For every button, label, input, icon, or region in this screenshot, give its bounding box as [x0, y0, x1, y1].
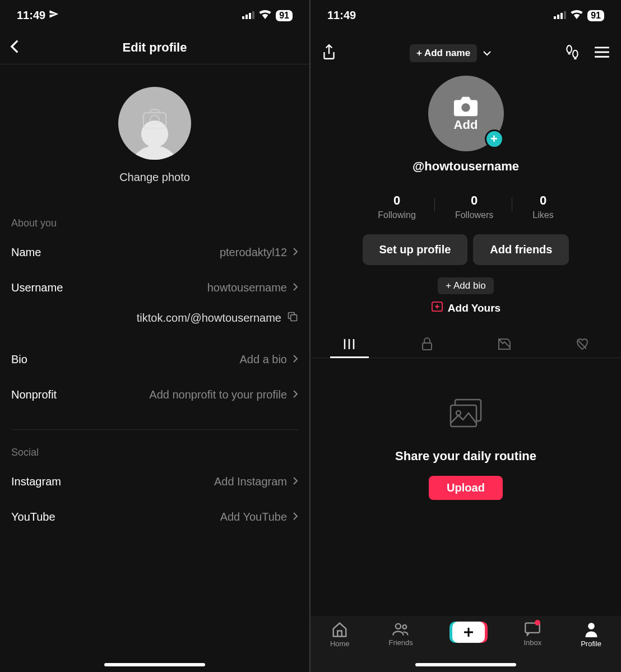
stat-count: 0	[471, 193, 478, 208]
profile-screen: 11:49 91 + Add name	[310, 0, 621, 672]
stat-following[interactable]: 0 Following	[369, 193, 424, 220]
chevron-right-icon	[293, 246, 298, 259]
clock-time: 11:49	[17, 9, 45, 22]
chevron-right-icon	[293, 281, 298, 294]
profile-header: + Add name	[310, 36, 621, 70]
avatar-placeholder[interactable]	[118, 87, 191, 160]
tab-reposts[interactable]	[466, 331, 544, 358]
signal-icon	[554, 9, 566, 22]
svg-rect-0	[242, 16, 244, 19]
svg-point-13	[461, 103, 470, 112]
back-button[interactable]	[10, 39, 19, 56]
svg-rect-1	[245, 15, 248, 19]
svg-point-12	[573, 50, 578, 58]
change-photo-label[interactable]: Change photo	[119, 171, 190, 184]
footsteps-icon[interactable]	[565, 44, 580, 62]
camera-icon	[142, 108, 167, 132]
wifi-icon	[259, 9, 271, 22]
row-label: Instagram	[11, 475, 61, 488]
nav-create[interactable]	[452, 622, 485, 643]
hamburger-menu-icon[interactable]	[594, 46, 610, 61]
stat-count: 0	[540, 193, 546, 208]
chevron-right-icon	[293, 353, 298, 366]
action-buttons: Set up profile Add friends	[310, 234, 621, 265]
row-value: pterodaktyl12	[220, 246, 287, 259]
profile-url: tiktok.com/@howtousername	[137, 312, 281, 325]
row-label: Username	[11, 281, 63, 294]
avatar-section: Add + @howtousername	[310, 70, 621, 179]
edit-profile-screen: 11:49 91 Edit profile Ch	[0, 0, 310, 672]
add-yours-label: Add Yours	[448, 302, 500, 314]
home-indicator[interactable]	[104, 663, 205, 666]
row-nonprofit[interactable]: Nonprofit Add nonprofit to your profile	[0, 377, 309, 413]
home-indicator[interactable]	[415, 663, 516, 666]
tab-private[interactable]	[388, 331, 466, 358]
stat-count: 0	[393, 193, 400, 208]
profile-tabs	[310, 331, 621, 358]
photos-icon	[446, 397, 485, 433]
row-label: Bio	[11, 353, 27, 366]
svg-point-11	[567, 45, 572, 53]
setup-profile-button[interactable]: Set up profile	[363, 234, 468, 265]
svg-rect-8	[557, 15, 559, 19]
row-youtube[interactable]: YouTube Add YouTube	[0, 499, 309, 535]
svg-rect-7	[554, 16, 556, 19]
svg-rect-6	[291, 315, 297, 321]
row-label: YouTube	[11, 511, 55, 523]
nav-home[interactable]: Home	[330, 622, 350, 648]
add-yours-icon	[431, 301, 443, 315]
nav-inbox[interactable]: Inbox	[524, 622, 542, 647]
stats-row: 0 Following 0 Followers 0 Likes	[310, 193, 621, 220]
section-social: Social	[0, 430, 309, 464]
add-yours-row[interactable]: Add Yours	[310, 301, 621, 315]
row-value: Add YouTube	[220, 511, 287, 523]
header: Edit profile	[0, 31, 309, 64]
row-instagram[interactable]: Instagram Add Instagram	[0, 464, 309, 499]
stat-label: Likes	[532, 210, 553, 220]
add-bio-button[interactable]: + Add bio	[438, 277, 493, 294]
avatar-add-button[interactable]: Add +	[428, 76, 504, 151]
nav-profile[interactable]: Profile	[581, 622, 601, 648]
chevron-right-icon	[293, 511, 298, 523]
stat-followers[interactable]: 0 Followers	[447, 193, 502, 220]
username-display: @howtousername	[413, 159, 519, 174]
add-name-button[interactable]: + Add name	[410, 44, 477, 62]
status-bar: 11:49 91	[310, 0, 621, 31]
stat-label: Following	[378, 210, 416, 220]
profile-url-row: tiktok.com/@howtousername	[0, 305, 309, 342]
tab-feed[interactable]	[310, 331, 388, 358]
nav-friends[interactable]: Friends	[388, 622, 413, 647]
row-label: Name	[11, 246, 41, 259]
upload-button[interactable]: Upload	[429, 476, 503, 500]
row-name[interactable]: Name pterodaktyl12	[0, 235, 309, 270]
stat-label: Followers	[455, 210, 493, 220]
battery-level: 91	[587, 10, 604, 21]
row-username[interactable]: Username howtousername	[0, 270, 309, 305]
copy-icon[interactable]	[287, 311, 298, 325]
svg-rect-2	[249, 13, 251, 19]
stat-likes[interactable]: 0 Likes	[524, 193, 562, 220]
page-title: Edit profile	[123, 40, 187, 55]
share-icon[interactable]	[322, 44, 336, 63]
plus-badge[interactable]: +	[485, 129, 504, 149]
battery-level: 91	[276, 10, 293, 21]
add-friends-button[interactable]: Add friends	[473, 234, 569, 265]
nav-label: Profile	[581, 639, 601, 648]
row-bio[interactable]: Bio Add a bio	[0, 342, 309, 377]
svg-point-5	[150, 115, 160, 125]
svg-rect-3	[252, 11, 254, 19]
row-value: Add Instagram	[214, 475, 287, 488]
signal-icon	[242, 9, 254, 22]
row-value: Add a bio	[239, 353, 287, 366]
svg-point-19	[396, 624, 401, 629]
create-button[interactable]	[452, 622, 485, 643]
svg-rect-10	[564, 11, 566, 19]
chevron-down-icon[interactable]	[483, 48, 492, 58]
location-icon	[49, 9, 59, 22]
svg-rect-15	[423, 343, 432, 350]
row-value: Add nonprofit to your profile	[149, 388, 287, 401]
section-about-you: About you	[0, 201, 309, 235]
empty-state-title: Share your daily routine	[395, 449, 536, 464]
tab-liked[interactable]	[544, 331, 622, 358]
camera-icon	[453, 95, 479, 120]
